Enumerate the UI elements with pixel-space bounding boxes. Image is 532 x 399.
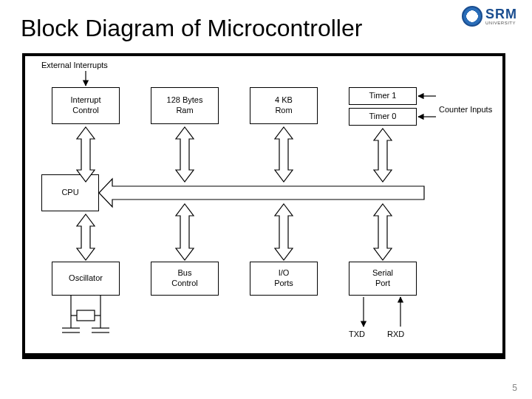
logo-text: SRM: [485, 7, 517, 21]
timer1-block: Timer 1: [349, 87, 417, 105]
svg-rect-2: [77, 310, 95, 321]
diagram-canvas: External Interrupts Counter Inputs TXD R…: [22, 53, 505, 356]
canvas-bottom-border: [22, 353, 505, 359]
rom-block: 4 KB Rom: [250, 87, 318, 124]
page-title: Block Diagram of Microcontroller: [21, 15, 362, 42]
bus-control-block: Bus Control: [151, 262, 219, 296]
txd-label: TXD: [349, 330, 365, 338]
brand-logo: SRM UNIVERSITY: [462, 6, 517, 27]
cpu-block: CPU: [41, 174, 99, 211]
seal-icon: [462, 6, 482, 27]
logo-subtext: UNIVERSITY: [485, 21, 516, 25]
io-ports-block: I/O Ports: [250, 262, 318, 296]
counter-inputs-label: Counter Inputs: [439, 105, 492, 114]
ram-block: 128 Bytes Ram: [151, 87, 219, 124]
external-interrupts-label: External Interrupts: [41, 61, 108, 69]
timer0-block: Timer 0: [349, 108, 417, 126]
slide-number: 5: [512, 383, 517, 393]
serial-port-block: Serial Port: [349, 262, 417, 296]
interrupt-control-block: Interrupt Control: [52, 87, 120, 124]
rxd-label: RXD: [387, 330, 404, 338]
oscillator-block: Oscillator: [52, 262, 120, 296]
